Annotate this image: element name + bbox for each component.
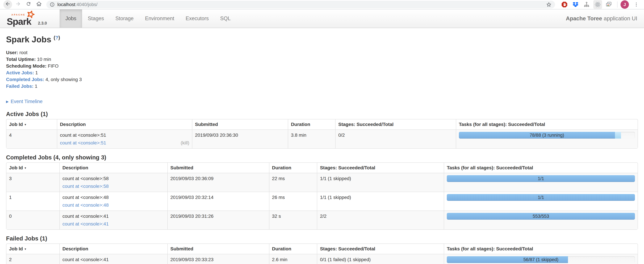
progress-label: 56/87 (1 skipped) [447, 256, 635, 263]
job-id-cell: 0 [6, 211, 60, 229]
col-submitted[interactable]: Submitted [192, 119, 288, 129]
job-description: count at <console>:41 [62, 213, 165, 220]
col-description[interactable]: Description [57, 119, 192, 129]
help-link: (?) [54, 35, 60, 40]
job-id-cell: 1 [6, 192, 60, 211]
col-duration[interactable]: Duration [269, 244, 317, 254]
application-title-suffix: application UI [604, 15, 637, 22]
col-job-id[interactable]: Job Id▾ [6, 119, 57, 129]
stages-cell: 1/1 (1 skipped) [317, 192, 444, 211]
active-jobs-link[interactable]: Active Jobs: [6, 70, 34, 75]
duration-cell: 3.8 min [288, 129, 335, 148]
job-id-cell: 3 [6, 173, 60, 192]
failed-jobs-link[interactable]: Failed Jobs: [6, 84, 34, 89]
col-tasks[interactable]: Tasks (for all stages): Succeeded/Total [456, 119, 638, 129]
home-icon [36, 1, 42, 8]
job-detail-link[interactable]: count at <console>:58 [62, 183, 109, 190]
address-bar[interactable]: localhost:4040/jobs/ [46, 1, 555, 9]
col-submitted[interactable]: Submitted [167, 244, 269, 254]
stages-cell: 1/1 (1 skipped) [317, 173, 444, 192]
job-detail-link[interactable]: count at <console>:51 [60, 140, 106, 146]
description-cell: count at <console>:51 count at <console>… [57, 129, 192, 148]
tab-storage[interactable]: Storage [110, 10, 139, 28]
page-info-icon[interactable] [50, 2, 55, 7]
progress-label: 1/1 [447, 175, 635, 182]
col-duration[interactable]: Duration [288, 119, 335, 129]
col-job-id[interactable]: Job Id▾ [6, 163, 60, 173]
dropbox-extension-icon[interactable] [571, 0, 580, 9]
summary-failed-jobs: Failed Jobs: 1 [6, 83, 638, 90]
job-id-cell: 2 [6, 254, 60, 264]
job-description: count at <console>:51 [60, 132, 189, 139]
bookmark-star-icon[interactable] [546, 2, 552, 8]
col-description[interactable]: Description [60, 244, 167, 254]
col-stages[interactable]: Stages: Succeeded/Total [317, 244, 444, 254]
application-title: Apache Toree application UI [566, 10, 644, 28]
table-row: 1 count at <console>:48 count at <consol… [6, 192, 638, 211]
col-submitted[interactable]: Submitted [167, 163, 269, 173]
tab-executors[interactable]: Executors [180, 10, 214, 28]
spark-version: 2.3.0 [38, 21, 47, 26]
spark-logo-apache: APACHE [12, 14, 26, 16]
col-duration[interactable]: Duration [269, 163, 317, 173]
tasks-cell: 78/88 (3 running) [456, 129, 638, 148]
browser-menu-icon[interactable] [632, 0, 641, 9]
application-name: Apache Toree [566, 15, 602, 22]
completed-jobs-link[interactable]: Completed Jobs: [6, 77, 44, 82]
browser-toolbar: localhost:4040/jobs/ J [0, 0, 644, 10]
sort-desc-icon: ▾ [24, 166, 26, 170]
tasks-cell: 1/1 [444, 192, 638, 211]
description-cell: count at <console>:58 count at <console>… [60, 173, 167, 192]
back-button[interactable] [3, 0, 12, 9]
tasks-progress-bar: 56/87 (1 skipped) [447, 256, 635, 263]
tasks-cell: 1/1 [444, 173, 638, 192]
job-description: count at <console>:41 [62, 256, 165, 263]
extensions-area: J [558, 0, 641, 9]
sitemap-extension-icon[interactable] [582, 0, 591, 9]
table-row: 3 count at <console>:58 count at <consol… [6, 173, 638, 192]
nav-tabs: Jobs Stages Storage Environment Executor… [60, 10, 236, 28]
job-detail-link[interactable]: count at <console>:41 [62, 221, 109, 227]
tasks-progress-bar: 1/1 [447, 175, 635, 182]
job-detail-link[interactable]: count at <console>:48 [62, 202, 109, 208]
url-text: localhost:4040/jobs/ [58, 2, 546, 7]
active-jobs-table: Job Id▾ Description Submitted Duration S… [6, 119, 638, 149]
active-jobs-heading: Active Jobs (1) [6, 111, 638, 117]
completed-jobs-table: Job Id▾ Description Submitted Duration S… [6, 163, 638, 230]
event-timeline-toggle[interactable]: ▶Event Timeline [6, 98, 638, 105]
help-question-link[interactable]: ? [55, 35, 58, 40]
submitted-cell: 2019/09/03 20:36:30 [192, 129, 288, 148]
col-stages[interactable]: Stages: Succeeded/Total [317, 163, 444, 173]
tasks-progress-bar: 78/88 (3 running) [459, 132, 635, 139]
col-description[interactable]: Description [60, 163, 167, 173]
sort-desc-icon: ▾ [24, 123, 26, 126]
screen-windows-extension-icon[interactable] [604, 0, 613, 9]
forward-button[interactable] [14, 0, 22, 9]
duration-cell: 2.6 min [269, 254, 317, 264]
col-stages[interactable]: Stages: Succeeded/Total [335, 119, 456, 129]
adblock-extension-icon[interactable] [560, 0, 569, 9]
job-summary-list: User: root Total Uptime: 10 min Scheduli… [6, 49, 638, 90]
reload-icon [26, 1, 31, 8]
stages-cell: 0/2 [335, 129, 456, 148]
failed-jobs-heading: Failed Jobs (1) [6, 235, 638, 242]
summary-active-jobs: Active Jobs: 1 [6, 69, 638, 76]
kill-job-link[interactable]: (kill) [180, 140, 189, 146]
react-devtools-extension-icon[interactable] [593, 0, 602, 9]
col-tasks[interactable]: Tasks (for all stages): Succeeded/Total [444, 244, 638, 254]
col-tasks[interactable]: Tasks (for all stages): Succeeded/Total [444, 163, 638, 173]
table-row: 0 count at <console>:41 count at <consol… [6, 211, 638, 229]
tab-sql[interactable]: SQL [214, 10, 236, 28]
duration-cell: 22 ms [269, 173, 317, 192]
col-job-id[interactable]: Job Id▾ [6, 244, 60, 254]
home-button[interactable] [34, 0, 43, 9]
browser-window: localhost:4040/jobs/ J [0, 0, 644, 264]
failed-jobs-table: Job Id▾ Description Submitted Duration S… [6, 243, 638, 264]
tab-stages[interactable]: Stages [82, 10, 110, 28]
stages-cell: 2/2 [317, 211, 444, 229]
tab-jobs[interactable]: Jobs [60, 10, 82, 28]
tab-environment[interactable]: Environment [139, 10, 180, 28]
reload-button[interactable] [24, 0, 33, 9]
submitted-cell: 2019/09/03 20:31:26 [167, 211, 269, 229]
profile-avatar[interactable]: J [620, 0, 629, 9]
